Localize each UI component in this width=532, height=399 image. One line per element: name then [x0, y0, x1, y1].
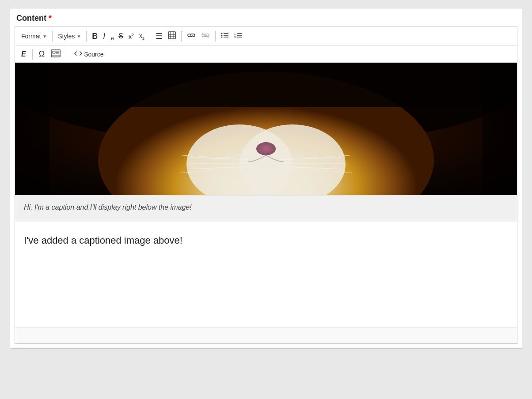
omega-icon: Ω — [39, 49, 45, 59]
unordered-list-icon — [221, 32, 229, 41]
special-char-button[interactable]: Ω — [36, 48, 47, 60]
bold-icon: B — [92, 32, 98, 41]
italic-button[interactable]: I — [100, 30, 108, 43]
figure-caption[interactable]: Hi, I'm a caption and I'll display right… — [15, 195, 517, 222]
format-dropdown[interactable]: Format ▼ — [19, 31, 49, 41]
editor-outer-container: Content * Format ▼ Styles ▼ B I ,, — [10, 9, 522, 349]
strikethrough-icon: S — [118, 32, 123, 40]
unordered-list-button[interactable] — [218, 30, 232, 42]
svg-rect-48 — [15, 63, 517, 107]
embed-button[interactable]: E — [19, 49, 29, 60]
ordered-list-icon: 1. 2. 3. — [234, 32, 242, 41]
format-chevron-icon: ▼ — [42, 34, 47, 39]
figure-image[interactable] — [15, 63, 517, 195]
rich-text-editor: Format ▼ Styles ▼ B I ,, S x2 — [15, 26, 517, 344]
editor-content-area[interactable]: Hi, I'm a caption and I'll display right… — [15, 63, 517, 327]
page-title-bar: Content * — [10, 9, 522, 26]
styles-dropdown-label: Styles — [58, 33, 75, 40]
bottom-toolbar — [15, 327, 517, 343]
editor-body-text[interactable]: I've added a captioned image above! — [15, 222, 517, 275]
figure-block: Hi, I'm a caption and I'll display right… — [15, 63, 517, 222]
styles-dropdown[interactable]: Styles ▼ — [55, 31, 84, 41]
cat-image — [15, 63, 517, 195]
sep-row2-1 — [32, 49, 33, 60]
media-icon — [51, 49, 61, 59]
caption-text: Hi, I'm a caption and I'll display right… — [24, 203, 192, 211]
align-icon: ☰ — [156, 31, 163, 41]
link-button[interactable] — [184, 30, 198, 42]
embed-icon: E — [21, 50, 26, 58]
blockquote-button[interactable]: ,, — [108, 30, 116, 43]
svg-rect-0 — [168, 32, 175, 39]
align-button[interactable]: ☰ — [153, 30, 165, 43]
body-text: I've added a captioned image above! — [24, 235, 182, 246]
svg-point-6 — [221, 33, 223, 34]
link-icon — [187, 32, 196, 40]
svg-point-8 — [221, 37, 223, 38]
toolbar-row1: Format ▼ Styles ▼ B I ,, S x2 — [15, 27, 517, 46]
sep-row2-2 — [67, 49, 67, 60]
subscript-button[interactable]: x2 — [137, 30, 147, 42]
svg-text:3.: 3. — [234, 36, 236, 38]
bold-button[interactable]: B — [89, 30, 100, 43]
sep-3 — [150, 31, 150, 41]
blockquote-icon: ,, — [110, 32, 113, 41]
styles-chevron-icon: ▼ — [76, 34, 81, 39]
svg-rect-50 — [483, 63, 517, 195]
sep-5 — [215, 31, 216, 41]
unlink-icon — [201, 32, 210, 40]
sep-1 — [52, 31, 53, 41]
sep-4 — [181, 31, 182, 41]
table-icon — [168, 31, 176, 41]
ordered-list-button[interactable]: 1. 2. 3. — [232, 30, 245, 42]
italic-icon: I — [103, 32, 105, 41]
required-marker: * — [49, 14, 52, 23]
svg-point-7 — [221, 35, 223, 36]
source-code-icon — [74, 50, 82, 58]
svg-point-29 — [256, 142, 276, 155]
source-button[interactable]: Source — [71, 48, 107, 60]
format-dropdown-label: Format — [21, 33, 41, 40]
svg-rect-19 — [53, 51, 55, 53]
superscript-icon: x2 — [129, 33, 134, 40]
superscript-button[interactable]: x2 — [126, 31, 137, 42]
svg-rect-49 — [15, 63, 49, 195]
strikethrough-button[interactable]: S — [116, 30, 126, 42]
unlink-button[interactable] — [198, 30, 213, 42]
sep-2 — [86, 31, 87, 41]
media-button[interactable] — [48, 48, 63, 60]
subscript-icon: x2 — [139, 32, 144, 41]
source-label: Source — [84, 51, 103, 58]
toolbar-row2: E Ω — [15, 46, 517, 63]
page-title: Content — [16, 14, 46, 23]
table-button[interactable] — [165, 30, 179, 43]
